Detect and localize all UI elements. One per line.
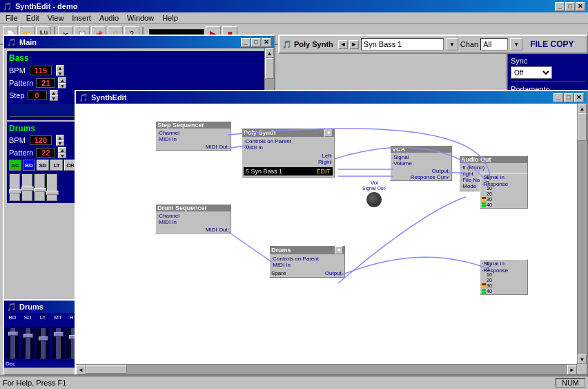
main-title: Main bbox=[19, 38, 37, 46]
se-scroll-track-v[interactable] bbox=[578, 113, 587, 354]
drums-bpm-display: 120 bbox=[30, 135, 52, 145]
step-seq-port-midi-out: MIDI Out· bbox=[156, 144, 231, 150]
drums-pattern-down[interactable]: ▼ bbox=[58, 153, 66, 158]
main-minimize[interactable]: _ bbox=[241, 38, 251, 47]
poly-synth-settings[interactable]: ✦ bbox=[324, 129, 333, 137]
status-help-text: For Help, Press F1 bbox=[3, 379, 66, 387]
drum-pad-sd[interactable]: SD bbox=[37, 160, 49, 171]
drums-vol-slider-bd[interactable] bbox=[6, 328, 19, 359]
bass-pattern-up[interactable]: ▲ bbox=[58, 77, 66, 83]
drums-bpm-up[interactable]: ▲ bbox=[56, 135, 64, 140]
drums-bpm-down[interactable]: ▼ bbox=[56, 140, 64, 146]
synthedit-scrollbar-v[interactable]: ▲ ▼ bbox=[577, 104, 587, 364]
drum-pad-lt[interactable]: LT bbox=[50, 160, 63, 171]
drum-slider-2[interactable] bbox=[21, 173, 32, 201]
preset-next-button[interactable]: ► bbox=[349, 40, 359, 49]
minimize-button[interactable]: _ bbox=[555, 2, 565, 11]
menu-help[interactable]: Help bbox=[158, 13, 182, 23]
drums-pattern-up[interactable]: ▲ bbox=[58, 147, 66, 153]
synthedit-minimize[interactable]: _ bbox=[553, 93, 563, 102]
vol-knob[interactable] bbox=[366, 192, 382, 207]
menubar: File Edit View Insert Audio Window Help bbox=[0, 12, 588, 24]
synthedit-title: SynthEdit bbox=[91, 93, 126, 102]
se-scroll-thumb-h[interactable] bbox=[86, 365, 127, 374]
vca-port-response: Response Curv· bbox=[392, 174, 450, 180]
app-icon: 🎵 bbox=[3, 2, 12, 11]
drums-module-title: Drums bbox=[271, 247, 291, 254]
preset-dropdown-button[interactable]: ▼ bbox=[446, 38, 458, 50]
chan-dropdown-button[interactable]: ▼ bbox=[510, 38, 522, 50]
main-window-title: 🎵 Main _ □ ✕ bbox=[4, 36, 274, 48]
bass-step-down[interactable]: ▼ bbox=[50, 95, 58, 101]
menu-view[interactable]: View bbox=[43, 13, 68, 23]
chan-label: Chan bbox=[460, 40, 478, 48]
drum-sequencer-module: Drum Sequencer ·Channel ·MIDI In MIDI Ou… bbox=[155, 204, 231, 234]
preset-prev-button[interactable]: ◄ bbox=[338, 40, 348, 49]
bpm-label: BPM bbox=[9, 66, 26, 75]
drum-seq-port-midi-out: MIDI Out· bbox=[156, 227, 231, 233]
drum-slider-4[interactable] bbox=[46, 173, 57, 201]
se-scroll-up[interactable]: ▲ bbox=[578, 104, 587, 113]
drums-col-mt: MT bbox=[51, 314, 65, 321]
main-close[interactable]: ✕ bbox=[262, 38, 271, 47]
file-copy-label: FILE COPY bbox=[530, 39, 574, 49]
maximize-button[interactable]: □ bbox=[565, 2, 575, 11]
menu-edit[interactable]: Edit bbox=[22, 13, 43, 23]
drums-module-settings[interactable]: ✦ bbox=[335, 246, 343, 254]
se-scroll-thumb-v[interactable] bbox=[578, 113, 587, 141]
chan-display: All bbox=[480, 38, 508, 50]
drum-pad-ac[interactable]: AC bbox=[9, 160, 21, 171]
bass-pattern-display: 21 bbox=[36, 78, 55, 88]
bass-step-display: 0 bbox=[28, 91, 47, 100]
bass-pattern-down[interactable]: ▼ bbox=[58, 83, 66, 88]
menu-audio[interactable]: Audio bbox=[95, 13, 123, 23]
scroll-up[interactable]: ▲ bbox=[265, 48, 274, 58]
step-seq-title: Step Sequencer bbox=[156, 122, 231, 129]
menu-window[interactable]: Window bbox=[123, 13, 158, 23]
preset-name-display[interactable]: Syn Bass 1 bbox=[361, 38, 444, 50]
bass-title: Bass bbox=[9, 53, 269, 64]
se-scroll-right[interactable]: ► bbox=[567, 365, 577, 374]
se-scroll-left[interactable]: ◄ bbox=[76, 365, 86, 374]
poly-synth-icon: 🎵 bbox=[282, 40, 292, 49]
drums-vol-slider-mt[interactable] bbox=[51, 328, 65, 359]
main-maximize[interactable]: □ bbox=[251, 38, 261, 47]
menu-insert[interactable]: Insert bbox=[68, 13, 95, 23]
close-button[interactable]: ✕ bbox=[576, 2, 585, 11]
bass-bpm-up[interactable]: ▲ bbox=[56, 65, 64, 70]
main-icon: 🎵 bbox=[7, 38, 17, 47]
menu-file[interactable]: File bbox=[1, 13, 22, 23]
se-scroll-track-h[interactable] bbox=[86, 365, 567, 374]
audio-out-title: Audio Out bbox=[460, 156, 527, 163]
drums-col-lt: LT bbox=[36, 314, 50, 321]
drum-slider-1[interactable] bbox=[9, 173, 20, 201]
scroll-thumb[interactable] bbox=[265, 58, 274, 79]
drums-col-sd: SD bbox=[21, 314, 35, 321]
vca-port-output: Output· bbox=[392, 168, 450, 174]
synthedit-scrollbar-h[interactable]: ◄ ► bbox=[76, 364, 577, 374]
app-title: SynthEdit - demo bbox=[15, 2, 77, 10]
drums-vol-slider-lt[interactable] bbox=[36, 328, 50, 359]
drum-pad-bd[interactable]: BD bbox=[23, 160, 35, 171]
se-scroll-down[interactable]: ▼ bbox=[578, 354, 587, 364]
bass-bpm-down[interactable]: ▼ bbox=[56, 70, 64, 76]
drum-slider-3[interactable] bbox=[34, 173, 45, 201]
synthedit-maximize[interactable]: □ bbox=[564, 93, 574, 102]
edit-button[interactable]: EDIT bbox=[316, 168, 331, 175]
vca-module: VCA ·Signal ·Volume Output· Response Cur… bbox=[390, 145, 452, 181]
synthedit-close[interactable]: ✕ bbox=[574, 93, 584, 102]
drums-vol-slider-sd[interactable] bbox=[21, 328, 35, 359]
signal-in-2-module: ·Signal in ·Response 0510203040 bbox=[480, 259, 528, 295]
step-seq-port-midi-in: ·MIDI In bbox=[157, 136, 229, 142]
sync-select[interactable]: Off bbox=[511, 66, 552, 79]
poly-synth-bar: 🎵 Poly Synth ◄ ► Syn Bass 1 ▼ Chan All ▼… bbox=[278, 35, 588, 54]
drums-col-bd: BD bbox=[6, 314, 19, 321]
window-controls[interactable]: _ □ ✕ bbox=[555, 2, 585, 11]
signal-in-1-module: ·Signal in ·Response 0510203040 bbox=[480, 173, 528, 209]
svg-line-4 bbox=[228, 231, 273, 263]
poly-synth-port-left: Left· bbox=[322, 153, 333, 159]
synthedit-window: 🎵 SynthEdit _ □ ✕ bbox=[75, 90, 588, 375]
drums-window-icon: 🎵 bbox=[7, 303, 17, 312]
poly-synth-port-controls: ·Controls on Parent bbox=[244, 138, 333, 144]
bass-step-up[interactable]: ▲ bbox=[50, 90, 58, 95]
